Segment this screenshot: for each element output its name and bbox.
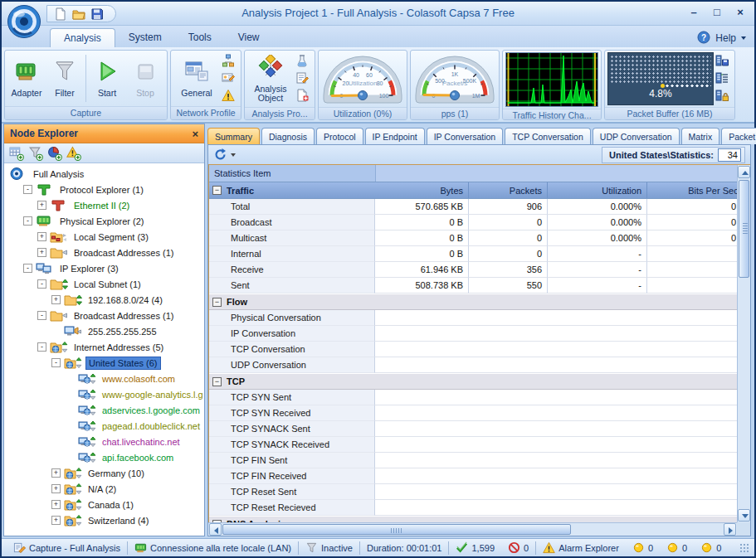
status-accepted[interactable]: 1,599 bbox=[449, 541, 501, 554]
stat-row-receive[interactable]: Receive61.946 KB356- bbox=[209, 262, 737, 278]
expand-icon[interactable]: + bbox=[37, 248, 46, 257]
open-file-button[interactable] bbox=[72, 7, 85, 21]
stat-row-tcp-conversation[interactable]: TCP Conversation bbox=[209, 342, 737, 357]
doc-add-button[interactable] bbox=[295, 89, 310, 104]
maximize-button[interactable]: □ bbox=[710, 5, 724, 20]
buffer-save-button[interactable] bbox=[715, 54, 730, 69]
tree-item-united-states-6[interactable]: -United States (6) bbox=[4, 355, 204, 371]
collapse-icon[interactable]: - bbox=[23, 264, 32, 273]
horizontal-scrollbar[interactable] bbox=[208, 522, 737, 536]
buffer-list-button[interactable] bbox=[715, 71, 730, 86]
expand-icon[interactable]: + bbox=[51, 468, 61, 478]
beaker-button[interactable] bbox=[295, 54, 310, 69]
scroll-down-icon[interactable] bbox=[738, 509, 750, 522]
view-tab-udp-conversation[interactable]: UDP Conversation bbox=[593, 128, 680, 144]
collapse-icon[interactable]: - bbox=[37, 279, 46, 289]
column-header-packets[interactable]: Packets bbox=[469, 182, 548, 198]
column-header-bytes[interactable]: Bytes bbox=[375, 182, 469, 198]
funnel-add-button[interactable] bbox=[28, 146, 43, 161]
table-add-button[interactable] bbox=[9, 146, 24, 161]
ribbon-tab-tools[interactable]: Tools bbox=[175, 28, 225, 48]
tree-item-local-segment-3[interactable]: +Local Segment (3) bbox=[4, 229, 204, 245]
scroll-up-icon[interactable] bbox=[738, 166, 750, 178]
status-alarm-3[interactable]: 0 bbox=[694, 541, 728, 554]
adapter-button[interactable]: Adapter bbox=[7, 56, 46, 100]
status-capture[interactable]: Capture - Full Analysis bbox=[7, 541, 127, 554]
section-row-traffic[interactable]: − TrafficBytesPacketsUtilizationBits Per… bbox=[209, 182, 737, 199]
stat-row-tcp-syn-received[interactable]: TCP SYN Received bbox=[209, 405, 737, 421]
alarm-add-button[interactable] bbox=[66, 146, 81, 161]
status-adapter[interactable]: Connessione alla rete locale (LAN) bbox=[128, 541, 298, 554]
view-tab-tcp-conversation[interactable]: TCP Conversation bbox=[505, 128, 591, 144]
view-tab-matrix[interactable]: Matrix bbox=[681, 128, 720, 144]
stat-row-tcp-fin-received[interactable]: TCP FIN Received bbox=[209, 468, 737, 484]
tree-item-germany-10[interactable]: +Germany (10) bbox=[4, 465, 204, 481]
collapse-icon[interactable]: - bbox=[51, 358, 61, 367]
expand-icon[interactable]: + bbox=[37, 201, 46, 210]
scroll-right-icon[interactable] bbox=[724, 523, 736, 536]
status-rejected[interactable]: 0 bbox=[501, 541, 535, 554]
tree-item-broadcast-addresses-1[interactable]: -Broadcast Addresses (1) bbox=[4, 308, 204, 323]
column-header-bits-per-second[interactable]: Bits Per Second bbox=[647, 182, 737, 198]
stat-row-tcp-reset-sent[interactable]: TCP Reset Sent bbox=[209, 484, 737, 500]
refresh-dropdown-caret[interactable] bbox=[231, 153, 236, 157]
view-tab-packet[interactable]: Packet bbox=[721, 128, 756, 144]
buffer-lock-button[interactable] bbox=[715, 89, 730, 104]
tree-item-n-a-2[interactable]: +N/A (2) bbox=[4, 481, 204, 497]
ribbon-tab-analysis[interactable]: Analysis bbox=[50, 28, 115, 48]
section-collapse-icon[interactable]: − bbox=[212, 377, 222, 386]
scroll-left-icon[interactable] bbox=[209, 523, 222, 536]
node-explorer-close-icon[interactable]: × bbox=[192, 128, 198, 140]
new-file-button[interactable] bbox=[54, 7, 67, 21]
tree-item-chat-livechatinc-net[interactable]: chat.livechatinc.net bbox=[4, 434, 204, 449]
stop-button[interactable]: Stop bbox=[126, 56, 164, 100]
tree-item-broadcast-addresses-1[interactable]: +Broadcast Addresses (1) bbox=[4, 245, 204, 260]
tree-item-canada-1[interactable]: +Canada (1) bbox=[4, 497, 204, 512]
section-row-dns-analysis[interactable]: − DNS Analysis bbox=[209, 516, 737, 522]
stat-row-total[interactable]: Total570.685 KB9060.000%0 bps bbox=[209, 199, 737, 215]
contact-card-button[interactable] bbox=[222, 71, 237, 86]
collapse-icon[interactable]: - bbox=[23, 216, 32, 226]
ribbon-tab-view[interactable]: View bbox=[225, 28, 273, 48]
section-row-tcp[interactable]: − TCP bbox=[209, 373, 737, 390]
status-alarm-1[interactable]: 0 bbox=[626, 541, 660, 554]
view-tab-diagnosis[interactable]: Diagnosis bbox=[261, 128, 315, 144]
tree-item-physical-explorer-2[interactable]: -Physical Explorer (2) bbox=[4, 213, 204, 229]
filter-button[interactable]: Filter bbox=[46, 56, 84, 100]
stat-row-broadcast[interactable]: Broadcast0 B00.000%0 bps bbox=[209, 215, 737, 230]
start-button[interactable]: Start bbox=[88, 56, 126, 100]
expand-icon[interactable]: + bbox=[37, 232, 46, 241]
expand-icon[interactable]: + bbox=[51, 484, 61, 493]
nodes-diagram-button[interactable] bbox=[222, 54, 237, 69]
pie-add-button[interactable] bbox=[47, 146, 62, 161]
expand-icon[interactable]: + bbox=[51, 295, 61, 304]
tree-item-www-colasoft-com[interactable]: www.colasoft.com bbox=[4, 371, 204, 386]
status-duration[interactable]: Duration: 00:01:01 bbox=[360, 543, 449, 553]
column-header-statistics-item[interactable]: Statistics Item bbox=[209, 165, 375, 182]
collapse-icon[interactable]: - bbox=[23, 185, 32, 194]
tree-item-192-168-8-0-24-4[interactable]: +192.168.8.0/24 (4) bbox=[4, 292, 204, 308]
tree-item-switzerland-4[interactable]: +Switzerland (4) bbox=[4, 512, 204, 528]
tree-item-full-analysis[interactable]: Full Analysis bbox=[4, 166, 204, 182]
colasoft-logo-icon[interactable] bbox=[7, 4, 41, 39]
status-filter[interactable]: Inactive bbox=[299, 541, 359, 554]
tree-item-protocol-explorer-1[interactable]: -Protocol Explorer (1) bbox=[4, 182, 204, 197]
save-button[interactable] bbox=[90, 7, 104, 21]
stat-row-sent[interactable]: Sent508.738 KB550- bbox=[209, 278, 737, 294]
stat-row-tcp-fin-sent[interactable]: TCP FIN Sent bbox=[209, 453, 737, 468]
view-tab-summary[interactable]: Summary bbox=[207, 128, 260, 144]
refresh-icon[interactable] bbox=[213, 148, 227, 162]
tree-item-ethernet-ii-2[interactable]: +Ethernet II (2) bbox=[4, 197, 204, 213]
expand-icon[interactable]: + bbox=[51, 516, 61, 525]
warning-button[interactable] bbox=[222, 89, 237, 104]
tree-item-local-subnet-1[interactable]: -Local Subnet (1) bbox=[4, 276, 204, 292]
stat-row-tcp-syn-sent[interactable]: TCP SYN Sent bbox=[209, 390, 737, 405]
tree-item-adservices-l-google-com[interactable]: adservices.l.google.com bbox=[4, 402, 204, 418]
tree-item-internet-addresses-5[interactable]: -Internet Addresses (5) bbox=[4, 339, 204, 355]
ribbon-tab-system[interactable]: System bbox=[115, 28, 175, 48]
collapse-icon[interactable]: - bbox=[37, 342, 46, 352]
collapse-icon[interactable]: - bbox=[37, 311, 46, 320]
status-alarm-explorer[interactable]: Alarm Explorer bbox=[536, 541, 626, 554]
horizontal-scroll-thumb[interactable] bbox=[222, 524, 571, 535]
stat-row-multicast[interactable]: Multicast0 B00.000%0 bps bbox=[209, 230, 737, 246]
